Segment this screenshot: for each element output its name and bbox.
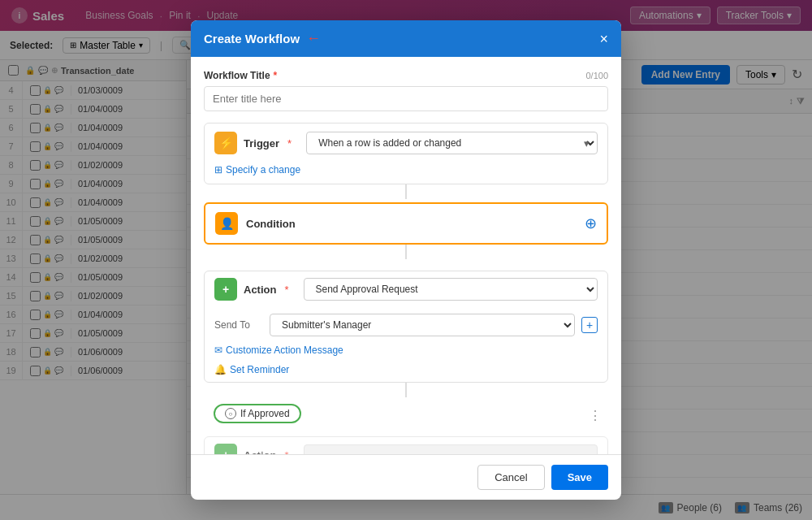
modal-close-button[interactable]: × <box>599 32 608 46</box>
send-to-dropdown-wrapper: Submitter's Manager <box>270 314 575 336</box>
if-approved-circle-icon: ○ <box>225 408 236 419</box>
send-to-add-button[interactable]: + <box>581 317 598 333</box>
modal-body: Workflow Title * 0/100 ⚡ Trigger * When <box>191 57 621 454</box>
bottom-action-row: + Action * <box>205 437 607 454</box>
bottom-action-select-placeholder <box>304 444 598 454</box>
cancel-button[interactable]: Cancel <box>477 465 544 490</box>
workflow-title-field: Workflow Title * 0/100 <box>204 70 608 111</box>
trigger-dropdown[interactable]: When a row is added or changed <box>306 132 598 154</box>
modal-header: Create Workflow ← × <box>191 20 621 57</box>
bottom-action-section: + Action * <box>204 436 608 454</box>
action-type-row: + Action * Send Approval Request <box>205 271 607 307</box>
specify-change-link[interactable]: ⊞ Specify a change <box>205 162 607 184</box>
trigger-icon: ⚡ <box>214 132 237 154</box>
create-workflow-modal: Create Workflow ← × Workflow Title * 0/1… <box>191 20 621 500</box>
send-to-row: Send To Submitter's Manager + <box>205 307 607 343</box>
send-to-label: Send To <box>214 319 263 331</box>
customize-action-link[interactable]: ✉ Customize Action Message <box>205 343 607 362</box>
trigger-row: ⚡ Trigger * When a row is added or chang… <box>205 124 607 162</box>
connector-3 <box>405 383 407 397</box>
char-count: 0/100 <box>585 71 608 80</box>
action-dropdown-wrapper: Send Approval Request <box>304 278 598 301</box>
if-approved-container: ○ If Approved ⋮ <box>204 397 608 430</box>
bottom-action-icon: + <box>214 444 237 454</box>
workflow-title-label: Workflow Title <box>204 70 270 81</box>
set-reminder-link[interactable]: 🔔 Set Reminder <box>205 362 607 382</box>
condition-icon: 👤 <box>215 212 238 235</box>
save-button[interactable]: Save <box>551 465 608 490</box>
action-type-dropdown[interactable]: Send Approval Request <box>304 278 598 301</box>
modal-title-area: Create Workflow ← <box>204 30 321 47</box>
action-label-text: Action <box>244 284 276 296</box>
send-to-dropdown[interactable]: Submitter's Manager <box>270 314 575 336</box>
connector-2 <box>405 245 407 259</box>
condition-label: Condition <box>246 218 296 230</box>
required-star: * <box>274 70 278 81</box>
trigger-label: Trigger <box>244 137 279 150</box>
workflow-title-input[interactable] <box>204 86 608 111</box>
three-dot-menu[interactable]: ⋮ <box>589 408 602 423</box>
condition-add-button[interactable]: ⊕ <box>585 214 597 232</box>
modal-overlay: Create Workflow ← × Workflow Title * 0/1… <box>0 0 812 520</box>
modal-footer: Cancel Save <box>191 454 621 500</box>
if-approved-button[interactable]: ○ If Approved <box>214 404 301 423</box>
condition-section: 👤 Condition ⊕ <box>204 202 608 245</box>
modal-arrow-icon: ← <box>306 30 321 47</box>
trigger-dropdown-wrapper: When a row is added or changed <box>306 132 598 154</box>
action-icon: + <box>214 278 237 301</box>
modal-title-text: Create Workflow <box>204 32 300 46</box>
trigger-section: ⚡ Trigger * When a row is added or chang… <box>204 123 608 184</box>
connector-1 <box>405 184 407 199</box>
action-section: + Action * Send Approval Request Send To <box>204 271 608 383</box>
